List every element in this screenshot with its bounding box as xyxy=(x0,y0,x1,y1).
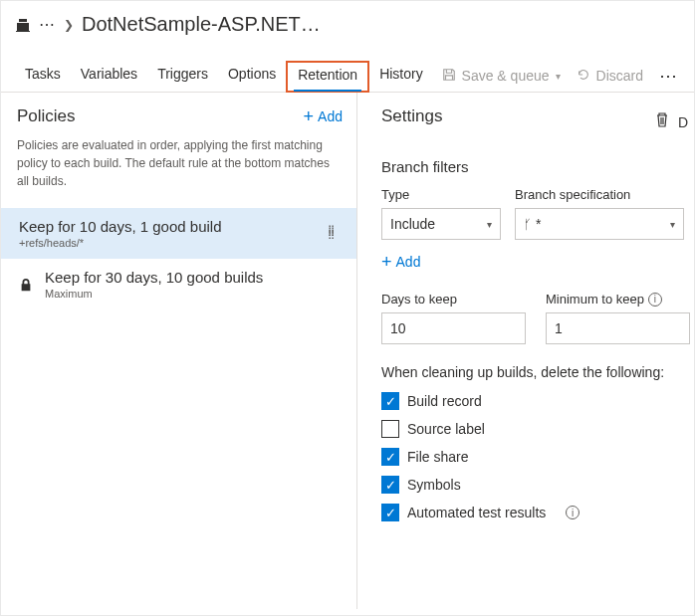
checkbox-icon: ✓ xyxy=(381,476,399,494)
cleanup-label: When cleaning up builds, delete the foll… xyxy=(381,364,694,380)
checkbox-icon: ✓ xyxy=(381,448,399,466)
minimum-to-keep-input[interactable]: 1 xyxy=(546,312,690,344)
settings-panel: Settings D Branch filters Type Include ▾… xyxy=(357,93,694,609)
branch-filters-heading: Branch filters xyxy=(381,158,694,175)
chevron-down-icon: ▾ xyxy=(670,219,675,230)
tab-variables[interactable]: Variables xyxy=(71,60,147,92)
checkbox-icon xyxy=(381,420,399,438)
tab-options[interactable]: Options xyxy=(218,60,286,92)
checkbox-automated-test-results[interactable]: ✓ Automated test results i xyxy=(381,504,694,521)
type-select[interactable]: Include ▾ xyxy=(381,208,501,240)
branch-spec-label: Branch specification xyxy=(515,187,684,202)
days-to-keep-label: Days to keep xyxy=(381,292,526,307)
policies-description: Policies are evaluated in order, applyin… xyxy=(1,132,356,208)
drag-handle-icon[interactable]: ⠿⠿⠿ xyxy=(328,228,341,239)
more-actions-button[interactable]: ⋯ xyxy=(651,61,680,91)
chevron-right-icon: ❯ xyxy=(64,18,74,32)
minimum-to-keep-label: Minimum to keep i xyxy=(546,292,690,307)
add-policy-button[interactable]: + Add xyxy=(304,108,343,124)
delete-button[interactable]: D xyxy=(654,111,688,130)
policy-sub: +refs/heads/* xyxy=(19,237,221,249)
days-to-keep-input[interactable]: 10 xyxy=(381,312,526,344)
breadcrumb-overflow[interactable]: ⋯ xyxy=(39,15,56,34)
undo-icon xyxy=(577,68,590,85)
pipeline-title[interactable]: DotNetSample-ASP.NET… xyxy=(82,13,321,36)
chevron-down-icon: ▾ xyxy=(556,71,561,82)
policy-sub: Maximum xyxy=(45,288,263,300)
tab-bar: Tasks Variables Triggers Options Retenti… xyxy=(1,42,694,93)
policy-name: Keep for 10 days, 1 good build xyxy=(19,218,221,235)
project-icon xyxy=(15,17,31,33)
type-label: Type xyxy=(381,187,501,202)
info-icon[interactable]: i xyxy=(648,293,662,307)
save-icon xyxy=(442,68,456,85)
save-and-queue-button[interactable]: Save & queue ▾ xyxy=(434,62,569,91)
checkbox-file-share[interactable]: ✓ File share xyxy=(381,448,694,466)
breadcrumb: ⋯ ❯ DotNetSample-ASP.NET… xyxy=(1,1,694,42)
branch-icon: ᚶ xyxy=(524,217,532,232)
checkbox-icon: ✓ xyxy=(381,504,399,521)
policies-panel: Policies + Add Policies are evaluated in… xyxy=(1,93,357,609)
tab-retention[interactable]: Retention xyxy=(286,61,369,93)
policy-item[interactable]: Keep for 10 days, 1 good build +refs/hea… xyxy=(1,208,356,259)
add-branch-filter-button[interactable]: + Add xyxy=(381,254,694,270)
checkbox-build-record[interactable]: ✓ Build record xyxy=(381,392,694,410)
branch-spec-select[interactable]: ᚶ* ▾ xyxy=(515,208,684,240)
tab-history[interactable]: History xyxy=(369,60,433,92)
plus-icon: + xyxy=(381,255,392,269)
policy-name: Keep for 30 days, 10 good builds xyxy=(45,269,263,286)
checkbox-symbols[interactable]: ✓ Symbols xyxy=(381,476,694,494)
settings-heading: Settings xyxy=(381,106,442,126)
policies-heading: Policies xyxy=(17,106,76,126)
discard-button[interactable]: Discard xyxy=(569,62,651,91)
plus-icon: + xyxy=(304,109,315,123)
tab-triggers[interactable]: Triggers xyxy=(147,60,218,92)
lock-icon xyxy=(19,278,33,292)
checkbox-icon: ✓ xyxy=(381,392,399,410)
chevron-down-icon: ▾ xyxy=(487,219,492,230)
info-icon[interactable]: i xyxy=(566,506,579,519)
policy-item[interactable]: Keep for 30 days, 10 good builds Maximum xyxy=(1,259,356,309)
tab-tasks[interactable]: Tasks xyxy=(15,60,71,92)
checkbox-source-label[interactable]: Source label xyxy=(381,420,694,438)
